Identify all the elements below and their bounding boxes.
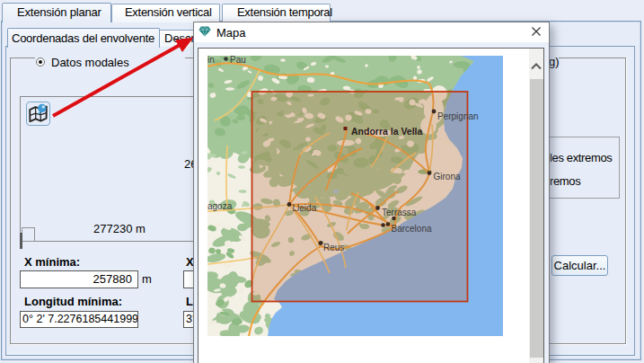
svg-text:in: in [207, 56, 215, 65]
svg-text:Terrassa: Terrassa [382, 208, 417, 217]
svg-text:Reus: Reus [323, 243, 344, 252]
svg-text:Andorra la Vella: Andorra la Vella [351, 126, 423, 137]
svg-text:Lleida: Lleida [293, 203, 317, 213]
svg-text:agoza: agoza [207, 201, 233, 211]
svg-text:Girona: Girona [434, 172, 461, 182]
svg-text:Barcelona: Barcelona [392, 224, 432, 234]
svg-text:Pau: Pau [230, 56, 246, 65]
svg-text:Perpignan: Perpignan [437, 111, 479, 121]
